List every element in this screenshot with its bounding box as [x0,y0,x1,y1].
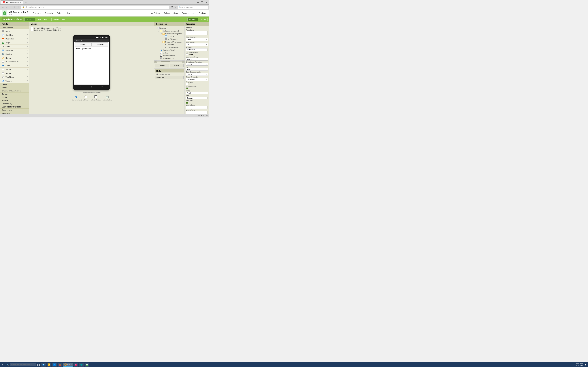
palette-item-listpicker[interactable]: ListPicker ? [0,49,29,52]
webviewer-help[interactable]: ? [27,80,28,82]
bookmark-button[interactable]: ☆ [13,6,16,9]
comp-bluetoothclient[interactable]: BluetoothClient1 [157,49,184,51]
comp-horizontal-arrangement2[interactable]: ▼ HorizontalArrangemen [160,41,184,43]
add-screen-button[interactable]: Add Screen... [37,17,50,21]
showstatusbar-checkbox[interactable]: ✓ [186,87,188,89]
comp-lpconnect[interactable]: lpConnect [162,35,184,38]
button-help[interactable]: ? [27,30,28,32]
menu-help[interactable]: Help ▾ [65,11,73,15]
forward-button[interactable]: ▶ [5,6,8,9]
closescreenanimation-dropdown[interactable]: Default▾ [186,63,208,66]
scroll-left-button[interactable]: ◀ [154,60,157,63]
palette-item-timepicker[interactable]: TimePicker ? [0,75,29,79]
palette-section-sensors[interactable]: Sensors [0,92,29,96]
comp-horizontal-arrangement1[interactable]: ▼ HorizontalArrangemen [160,32,184,35]
palette-item-button[interactable]: Button ? [0,29,29,33]
aboutscreen-value[interactable] [186,31,208,35]
icon-value[interactable]: None ... [186,68,208,71]
palette-section-social[interactable]: Social [0,96,29,99]
minimize-button[interactable]: — [196,1,199,4]
textbox-help[interactable]: ? [27,73,28,74]
scrollable-checkbox[interactable] [186,83,188,85]
appname-input[interactable] [186,48,208,51]
palette-item-notifier[interactable]: ! Notifier ? [0,56,29,60]
alignhorizontal-dropdown[interactable]: Center▾ [186,38,208,41]
datepicker-help[interactable]: ? [27,38,28,40]
palette-item-textbox[interactable]: TextBox ? [0,71,29,75]
viewer-option1[interactable]: Display hidden components in Viewer [31,27,152,29]
menu-build[interactable]: Build ▾ [55,11,64,15]
comp-btndisconnect[interactable]: btnDisconnect [162,38,184,41]
palette-item-label[interactable]: A Label ? [0,45,29,49]
menu-projects[interactable]: Projects ▾ [31,11,43,15]
palette-section-lego[interactable]: LEGO® MINDSTORMS® [0,105,29,108]
label-help[interactable]: ? [27,46,28,47]
listpicker-help[interactable]: ? [27,50,28,51]
backgroundimage-value[interactable]: None ... [186,58,208,60]
alignvertical-dropdown[interactable]: Top▾ [186,43,208,46]
versionname-input[interactable] [186,111,208,114]
reader-icon[interactable]: ☰ [171,6,174,9]
comp-txtnotifications[interactable]: txtNotifications [157,57,184,60]
tab-close-button[interactable]: ✕ [20,1,21,3]
home-button[interactable]: ⌂ [9,6,12,9]
notifier-help[interactable]: ? [27,57,28,59]
guide-link[interactable]: Guide [172,11,180,15]
palette-section-media[interactable]: Media [0,86,29,89]
rename-button[interactable]: Rename [155,64,169,67]
timepicker-help[interactable]: ? [27,76,28,78]
comp-phnnotifications[interactable]: phnNotifications [157,54,184,57]
remove-screen-button[interactable]: Remove Screen [52,17,67,21]
language-link[interactable]: English ▾ [197,11,207,15]
screen1-button[interactable]: Screen1 ▾ [24,17,35,21]
palette-item-passwordtextbox[interactable]: •••• PasswordTextBox ? [0,60,29,64]
palette-section-extension[interactable]: Extension [0,112,29,114]
palette-item-checkbox[interactable]: CheckBox ? [0,33,29,37]
backgroundcolor-value[interactable]: White [186,53,208,56]
upload-file-button[interactable]: Upload File ... [155,76,184,79]
hidden-components-checkbox[interactable] [31,27,33,29]
report-issue-link[interactable]: Report an Issue [181,11,196,15]
listview-help[interactable]: ? [27,53,28,55]
openscreenanimation-dropdown[interactable]: Default▾ [186,73,208,76]
comp-screen1[interactable]: ▼ Screen1 [155,27,184,30]
comp-vertical-arrangement[interactable]: ▼ VerticalArrangement1 [157,30,184,32]
passwordtextbox-help[interactable]: ? [27,61,28,63]
palette-section-connectivity[interactable]: Connectivity [0,102,29,105]
slider-help[interactable]: ? [27,65,28,67]
palette-section-storage[interactable]: Storage [0,99,29,102]
palette-item-image[interactable]: Image ? [0,41,29,45]
scroll-track[interactable] [157,61,182,62]
menu-connect[interactable]: Connect ▾ [43,11,55,15]
delete-button[interactable]: Delete [170,64,184,67]
scroll-right-button[interactable]: ▶ [182,60,184,63]
new-tab-button[interactable]: + [25,1,27,4]
comp-lblnotifications[interactable]: A lblNotifications [162,46,184,49]
spinner-help[interactable]: ? [27,69,28,70]
my-projects-link[interactable]: My Projects [149,11,162,15]
title-input[interactable] [186,97,208,100]
palette-section-experimental[interactable]: Experimental [0,108,29,112]
palette-section-drawing[interactable]: Drawing and Animation [0,89,29,92]
back-button[interactable]: ◀ [1,6,4,9]
sidebar-toggle-icon[interactable]: ▤ [174,6,177,9]
search-box[interactable]: 🔍 Search Google [178,5,208,9]
palette-item-webviewer[interactable]: WebViewer ? [0,79,29,83]
blocks-button[interactable]: Blocks [199,17,208,21]
palette-item-slider[interactable]: Slider ? [0,64,29,67]
tablet-preview-checkbox[interactable] [31,29,33,31]
address-bar[interactable]: 🔒 ai2.appinventor.mit.edu [21,5,169,9]
active-tab[interactable]: AI MIT App Inventor ✕ [1,0,23,4]
comp-lblstatus[interactable]: A lblStatus [162,43,184,46]
viewer-option2[interactable]: Check to see Preview on Tablet size. [31,29,152,31]
palette-section-ui[interactable]: User Interface [0,26,29,29]
sizing-dropdown[interactable]: Fixed▾ [186,92,208,94]
gallery-link[interactable]: Gallery [163,11,171,15]
reload-button[interactable]: ↻ [17,6,20,9]
titlevisible-checkbox[interactable]: ✓ [186,102,188,104]
comp-clktimer[interactable]: clkTimer [157,51,184,54]
palette-section-layout[interactable]: Layout [0,83,29,86]
scroll-thumb[interactable] [161,61,170,62]
image-help[interactable]: ? [27,42,28,44]
screenorientation-dropdown[interactable]: Unspecified▾ [186,78,208,81]
